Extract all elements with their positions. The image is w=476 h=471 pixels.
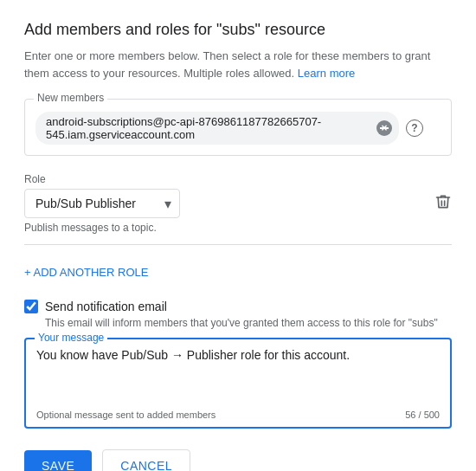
page-title: Add members and roles for "subs" resourc… xyxy=(24,21,452,39)
member-chip: android-subscriptions@pc-api-87698611877… xyxy=(35,112,399,145)
member-email: android-subscriptions@pc-api-87698611877… xyxy=(46,115,371,141)
notification-description: This email will inform members that you'… xyxy=(45,317,452,329)
message-footer: Optional message sent to added members 5… xyxy=(36,410,440,420)
message-textarea[interactable] xyxy=(36,346,440,402)
new-members-legend: New members xyxy=(34,92,107,104)
description-text: Enter one or more members below. Then se… xyxy=(24,48,452,81)
role-label: Role xyxy=(24,173,452,185)
char-count: 56 / 500 xyxy=(405,410,440,420)
learn-more-link[interactable]: Learn more xyxy=(298,67,355,80)
role-select[interactable]: Pub/Sub Publisher Pub/Sub Subscriber Pub… xyxy=(24,189,180,218)
role-section: Role Pub/Sub Publisher Pub/Sub Subscribe… xyxy=(24,173,452,234)
actions: SAVE CANCEL xyxy=(24,449,452,471)
notification-section: Send notification email This email will … xyxy=(24,300,452,429)
message-hint: Optional message sent to added members xyxy=(36,410,215,420)
send-notification-checkbox[interactable] xyxy=(24,300,38,313)
save-button[interactable]: SAVE xyxy=(24,450,92,471)
member-row: android-subscriptions@pc-api-87698611877… xyxy=(35,112,441,145)
help-icon[interactable]: ? xyxy=(406,119,423,137)
role-description: Publish messages to a topic. xyxy=(24,222,452,234)
send-notification-label: Send notification email xyxy=(45,300,167,313)
add-another-role-button[interactable]: + ADD ANOTHER ROLE xyxy=(24,259,148,286)
cancel-button[interactable]: CANCEL xyxy=(102,449,190,471)
role-row: Pub/Sub Publisher Pub/Sub Subscriber Pub… xyxy=(24,189,452,218)
divider xyxy=(24,244,452,245)
checkbox-row: Send notification email xyxy=(24,300,452,313)
message-legend: Your message xyxy=(35,332,107,344)
message-fieldset: Your message Optional message sent to ad… xyxy=(24,338,452,429)
new-members-fieldset: New members android-subscriptions@pc-api… xyxy=(24,99,452,156)
delete-role-icon[interactable] xyxy=(434,193,452,215)
role-select-wrapper: Pub/Sub Publisher Pub/Sub Subscriber Pub… xyxy=(24,189,180,218)
close-icon: × xyxy=(381,123,387,133)
chip-close-button[interactable]: × xyxy=(376,120,392,136)
